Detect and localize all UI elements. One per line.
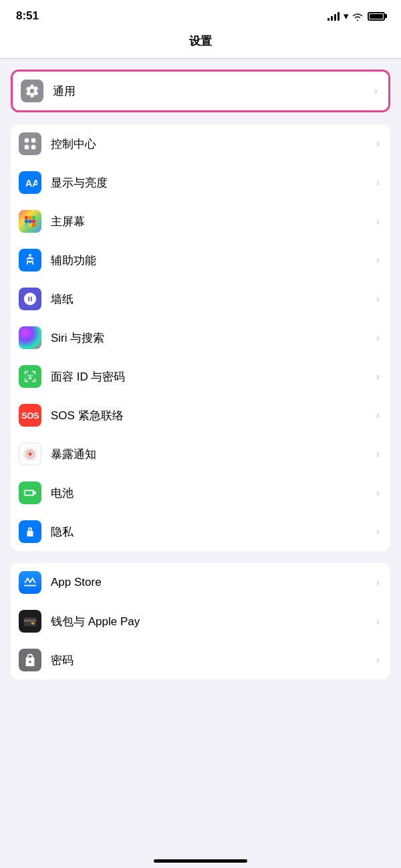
settings-item-wallet[interactable]: 钱包与 Apple Pay ›: [11, 602, 390, 641]
control-center-chevron: ›: [376, 138, 380, 150]
svg-point-10: [32, 219, 36, 223]
svg-point-8: [25, 219, 29, 223]
svg-point-5: [25, 216, 29, 220]
wallpaper-label: 墙纸: [51, 292, 376, 307]
settings-group-apps: App Store › 钱包与 Apple Pay › 密码 ›: [11, 563, 390, 679]
svg-point-7: [32, 216, 36, 220]
svg-rect-3: [31, 145, 35, 149]
settings-item-accessibility[interactable]: 辅助功能 ›: [11, 241, 390, 280]
signal-icon: [327, 11, 340, 21]
exposure-label: 暴露通知: [51, 447, 376, 462]
siri-chevron: ›: [376, 332, 380, 344]
wallpaper-chevron: ›: [376, 293, 380, 305]
wallet-icon: [19, 610, 41, 633]
svg-point-12: [28, 223, 32, 227]
appstore-icon: [19, 571, 41, 594]
svg-point-13: [32, 223, 36, 227]
battery-chevron: ›: [376, 487, 380, 499]
accessibility-label: 辅助功能: [51, 253, 376, 268]
password-chevron: ›: [376, 654, 380, 666]
exposure-icon: [19, 443, 41, 465]
settings-item-appstore[interactable]: App Store ›: [11, 563, 390, 602]
settings-item-exposure[interactable]: 暴露通知 ›: [11, 435, 390, 473]
settings-item-wallpaper[interactable]: 墙纸 ›: [11, 280, 390, 318]
settings-item-homescreen[interactable]: 主屏幕 ›: [11, 202, 390, 241]
settings-item-password[interactable]: 密码 ›: [11, 641, 390, 679]
settings-item-control-center[interactable]: 控制中心 ›: [11, 124, 390, 163]
control-center-icon: [19, 132, 41, 155]
settings-item-general[interactable]: 通用 ›: [13, 72, 388, 110]
homescreen-icon: [19, 210, 41, 233]
svg-text:AA: AA: [25, 178, 37, 189]
faceid-label: 面容 ID 与密码: [51, 369, 376, 385]
wallpaper-icon: [19, 288, 41, 310]
status-time: 8:51: [16, 9, 39, 23]
battery-settings-icon: [19, 481, 41, 504]
settings-item-faceid[interactable]: 面容 ID 与密码 ›: [11, 357, 390, 396]
battery-label: 电池: [51, 485, 376, 501]
homescreen-chevron: ›: [376, 215, 380, 227]
home-indicator: [154, 859, 247, 863]
appstore-label: App Store: [51, 576, 376, 589]
display-label: 显示与亮度: [51, 175, 376, 191]
privacy-label: 隐私: [51, 524, 376, 540]
svg-point-14: [29, 254, 31, 257]
homescreen-label: 主屏幕: [51, 214, 376, 229]
privacy-icon: [19, 520, 41, 543]
siri-icon: [19, 326, 41, 349]
faceid-icon: [19, 365, 41, 388]
control-center-label: 控制中心: [51, 136, 376, 152]
settings-item-privacy[interactable]: 隐私 ›: [11, 512, 390, 551]
svg-point-6: [28, 216, 32, 220]
svg-rect-2: [25, 145, 29, 149]
svg-rect-24: [24, 619, 36, 622]
settings-group-main: 控制中心 › AA 显示与亮度 › 主屏幕 ›: [11, 124, 390, 551]
settings-item-sos[interactable]: SOS SOS 紧急联络 ›: [11, 396, 390, 435]
status-bar: 8:51 ▾: [0, 0, 401, 28]
battery-icon: [368, 12, 385, 21]
settings-group-general: 通用 ›: [11, 70, 390, 112]
page-title: 设置: [189, 35, 212, 47]
status-icons: ▾: [327, 10, 385, 22]
wallet-chevron: ›: [376, 615, 380, 627]
svg-rect-25: [31, 623, 35, 625]
general-icon: [21, 80, 43, 102]
svg-rect-20: [25, 491, 33, 495]
svg-rect-1: [31, 138, 35, 142]
accessibility-icon: [19, 249, 41, 272]
display-icon: AA: [19, 171, 41, 194]
display-chevron: ›: [376, 177, 380, 189]
svg-point-16: [28, 452, 32, 456]
faceid-chevron: ›: [376, 370, 380, 383]
svg-rect-21: [34, 492, 36, 494]
wallet-label: 钱包与 Apple Pay: [51, 614, 376, 629]
password-icon: [19, 649, 41, 671]
settings-item-battery[interactable]: 电池 ›: [11, 473, 390, 512]
svg-point-9: [28, 219, 32, 223]
general-label: 通用: [53, 84, 374, 99]
sos-icon: SOS: [19, 404, 41, 427]
general-chevron: ›: [374, 85, 378, 97]
privacy-chevron: ›: [376, 526, 380, 538]
wifi-icon: ▾: [344, 10, 364, 22]
exposure-chevron: ›: [376, 448, 380, 460]
siri-label: Siri 与搜索: [51, 330, 376, 346]
appstore-chevron: ›: [376, 576, 380, 588]
settings-item-display[interactable]: AA 显示与亮度 ›: [11, 163, 390, 202]
svg-rect-0: [25, 138, 29, 142]
page-title-bar: 设置: [0, 28, 401, 59]
accessibility-chevron: ›: [376, 254, 380, 266]
settings-item-siri[interactable]: Siri 与搜索 ›: [11, 318, 390, 357]
svg-point-11: [25, 223, 29, 227]
sos-chevron: ›: [376, 409, 380, 421]
sos-label: SOS 紧急联络: [51, 408, 376, 423]
password-label: 密码: [51, 653, 376, 668]
